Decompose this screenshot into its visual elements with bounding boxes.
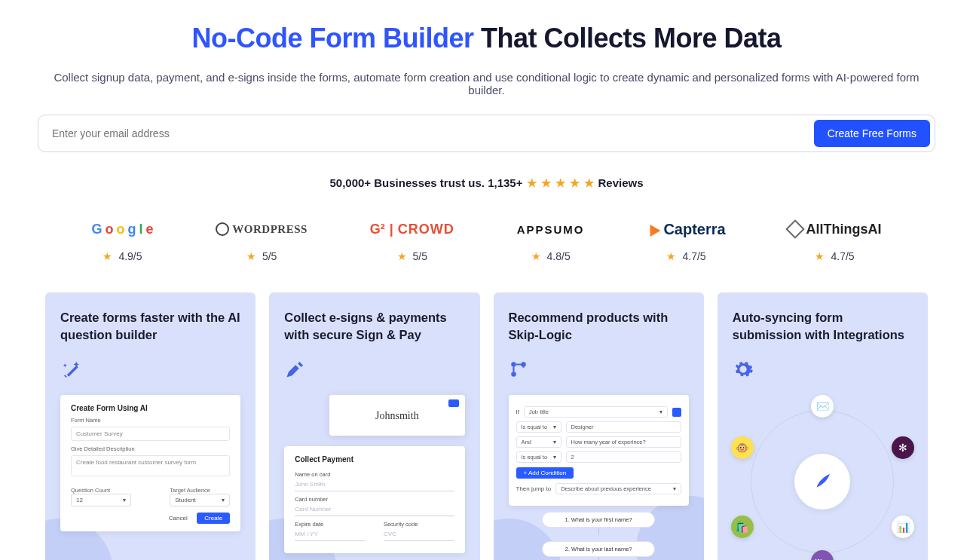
rating-capterra: Capterra ★4.7/5 — [647, 220, 725, 262]
star-icon: ★ — [527, 176, 537, 189]
ratings-row: Google ★4.9/5 WORDPRESS ★5/5 G²|CROWD ★5… — [60, 220, 913, 262]
cancel-btn: Cancel — [161, 513, 195, 524]
card-value: Card Number — [295, 503, 454, 516]
branch-icon — [509, 359, 689, 381]
signup-form: Create Free Forms — [38, 115, 935, 152]
trust-line: 50,000+ Businesses trust us. 1,135+ ★ ★ … — [38, 176, 935, 190]
signature-preview: Johnsmith — [329, 395, 464, 436]
wordpress-icon — [216, 222, 229, 236]
panel-header: Collect Payment — [295, 455, 454, 464]
svg-point-1 — [511, 372, 516, 377]
star-icon: ★ — [666, 250, 676, 262]
cvc-label: Security code — [384, 521, 454, 528]
rating-score: ★4.9/5 — [103, 250, 142, 262]
star-icon: ★ — [815, 250, 825, 262]
integrations-diagram: ✉️ 🐵 ✻ 🛍️ 📊 Woo — [733, 395, 913, 560]
create-btn: Create — [197, 513, 230, 524]
google-logo: Google — [91, 220, 153, 238]
op-select: Is equal to▾ — [516, 421, 561, 433]
and-select: And▾ — [516, 436, 561, 448]
hero-subtitle: Collect signup data, payment, and e-sign… — [38, 71, 935, 96]
form-name-label: Form Name — [71, 417, 230, 424]
integration-node: 📊 — [892, 516, 914, 538]
star-icon: ★ — [531, 250, 541, 262]
rating-g2crowd: G²|CROWD ★5/5 — [370, 220, 454, 262]
gear-icon — [733, 359, 913, 381]
rating-score: ★5/5 — [246, 250, 277, 262]
connector-line — [598, 528, 599, 535]
hero-title: No-Code Form Builder That Collects More … — [38, 23, 935, 54]
pen-nib-icon — [284, 359, 464, 381]
rating-wordpress: WORDPRESS ★5/5 — [216, 220, 308, 262]
star-icon: ★ — [541, 176, 551, 189]
trust-suffix: Reviews — [598, 176, 643, 189]
if-label: If — [516, 409, 519, 415]
integration-node: 🐵 — [731, 436, 754, 459]
rating-allthingsai: AllThingsAI ★4.7/5 — [788, 220, 882, 262]
star-icon: ★ — [103, 250, 112, 262]
magic-wand-icon — [60, 359, 240, 381]
ai-form-panel: Create Form Using AI Form Name Customer … — [60, 395, 240, 531]
email-input[interactable] — [43, 120, 814, 147]
star-icon: ★ — [397, 250, 407, 262]
form-name-value: Customer Survey — [71, 427, 230, 441]
then-select: Describe about previous experience▾ — [555, 483, 681, 494]
card-title: Auto-syncing form submission with Integr… — [733, 309, 913, 344]
feature-cards: Create forms faster with the AI question… — [45, 292, 928, 560]
rating-appsumo: APPSUMO ★4.8/5 — [517, 220, 585, 262]
card-title: Create forms faster with the AI question… — [60, 309, 240, 344]
integration-node: ✉️ — [811, 395, 834, 418]
rating-score: ★4.7/5 — [815, 250, 854, 262]
rating-google: Google ★4.9/5 — [91, 220, 153, 262]
rating-score: ★4.7/5 — [666, 250, 705, 262]
payment-panel: Collect Payment Name on card John Smith … — [284, 446, 464, 553]
logic-panel: If Job title▾ Is equal to▾ Designer And▾… — [509, 395, 689, 506]
card-ai-builder: Create forms faster with the AI question… — [45, 292, 255, 560]
signature-text: Johnsmith — [375, 410, 419, 421]
field-select: Job title▾ — [524, 406, 668, 418]
sig-tag-icon — [448, 399, 459, 407]
trust-prefix: 50,000+ Businesses trust us. 1,135+ — [329, 176, 525, 189]
capterra-logo: Capterra — [647, 220, 725, 238]
exp-label: Expire date — [295, 521, 366, 528]
question-pill: 1. What is your first name? — [542, 512, 655, 528]
cvc-value: CVC — [384, 528, 454, 541]
g2crowd-logo: G²|CROWD — [370, 220, 454, 238]
star-icon: ★ — [246, 250, 256, 262]
appsumo-logo: APPSUMO — [517, 220, 585, 238]
count-label: Question Count — [71, 487, 131, 494]
rating-score: ★4.8/5 — [531, 250, 571, 262]
name-label: Name on card — [295, 471, 454, 478]
question-pill: 2. What is your last name? — [542, 541, 655, 557]
allthingsai-logo: AllThingsAI — [788, 220, 882, 238]
wordpress-logo: WORDPRESS — [216, 220, 308, 238]
val2-select: 2 — [566, 451, 681, 463]
star-icon: ★ — [570, 176, 580, 189]
val-select: Designer — [566, 421, 681, 433]
integration-node: 🛍️ — [731, 516, 754, 538]
add-condition-btn: + Add Condition — [516, 467, 574, 479]
name-value: John Smith — [295, 478, 454, 491]
op2-select: Is equal to▾ — [516, 451, 561, 463]
capterra-icon — [645, 222, 661, 237]
card-sign-pay: Collect e-signs & payments with secure S… — [269, 292, 479, 560]
desc-label: Give Detailed Description — [71, 445, 230, 452]
hero-title-accent: No-Code Form Builder — [191, 23, 473, 54]
svg-point-0 — [511, 362, 516, 367]
connector-line — [598, 557, 599, 560]
desc-value: Create food restaurant customer survey f… — [71, 455, 230, 476]
card-title: Collect e-signs & payments with secure S… — [284, 309, 464, 344]
exp-value: MM / YY — [295, 528, 366, 541]
aud-label: Target Audience — [170, 487, 230, 494]
star-icon: ★ — [584, 176, 594, 189]
rating-score: ★5/5 — [397, 250, 427, 262]
card-title: Recommend products with Skip-Logic — [509, 309, 689, 344]
panel-header: Create Form Using AI — [71, 404, 230, 412]
integration-node: ✻ — [892, 436, 914, 459]
hero-title-rest: That Collects More Data — [473, 23, 781, 54]
card-skip-logic: Recommend products with Skip-Logic If Jo… — [494, 292, 704, 560]
count-select: 12▾ — [71, 494, 131, 506]
q2-select: How many year of experince? — [566, 436, 681, 448]
star-icon: ★ — [555, 176, 565, 189]
create-forms-button[interactable]: Create Free Forms — [814, 120, 930, 147]
